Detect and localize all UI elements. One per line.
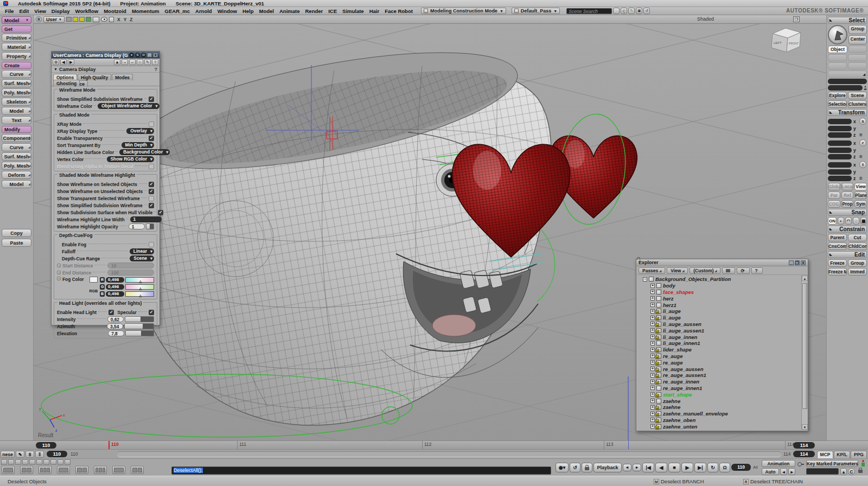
param-wireframe-highlight-opacity[interactable]: Wireframe Highlight Opacity1 [54,223,157,230]
menu-lines-icon[interactable]: ≡ [859,154,863,159]
menu-ice[interactable]: ICE [326,8,340,14]
r-mode-button[interactable]: r [859,139,866,146]
tab-mcp[interactable]: MCP [817,451,833,458]
character-keyset-combo[interactable] [806,468,839,475]
tab-ppg[interactable]: PPG [851,451,867,458]
checkbox[interactable] [149,196,154,201]
center-mode-icon[interactable] [109,17,114,22]
empty-filter-slot[interactable] [848,62,867,69]
ball-icon[interactable]: 8 [25,451,34,458]
channel-gradient[interactable] [125,291,154,297]
param-end-distance[interactable]: End Distance100 [54,269,157,276]
scroll-up-icon[interactable]: ▲ [802,276,808,281]
dropdown[interactable]: Min Depth [122,142,154,148]
menu-momentum[interactable]: Momentum [129,8,162,14]
toolbar-button-primitive[interactable]: Primitive [2,34,31,42]
dropdown[interactable]: Show RGB Color [107,156,154,162]
tree-item-re-auge-aussen[interactable]: +Hre_auge_aussen [643,366,801,372]
constrain-header[interactable]: Constrain [828,226,867,233]
mini-button-2[interactable] [8,459,14,465]
tree-item-zaehne-manuell-envelope[interactable]: +Hzaehne_manuell_envelope [643,411,801,417]
center-button[interactable]: Center [848,35,867,44]
param-enable-transparency[interactable]: Enable Transparency✓ [54,135,157,142]
expand-icon[interactable]: ▲ [114,59,120,65]
close-icon[interactable]: X [153,53,158,57]
checkbox[interactable]: ✓ [149,136,154,141]
tree-item-body[interactable]: +body [643,283,801,289]
lock-icon[interactable] [722,267,735,274]
explorer-window[interactable]: Explorer _ ❐ X PassesView(Custom)⟳? −Bac… [636,259,808,431]
checkbox[interactable] [149,242,154,247]
axis-x-label[interactable]: X [117,17,120,22]
display-mode-label[interactable]: Shaded [697,16,714,22]
next-icon[interactable]: ▶ [68,59,74,65]
transform-field-r-y[interactable] [828,148,852,153]
construction-mode-combo[interactable]: Modeling Construction Mode ▼ [421,8,506,14]
explorer-custom-button[interactable]: (Custom) [690,267,720,274]
selection-button[interactable]: Selection [828,100,847,108]
local-button[interactable]: Local [841,183,854,190]
pen-icon[interactable]: ✎ [16,451,24,458]
transform-field-s-x[interactable] [828,119,852,124]
toolbar-button-skeleton[interactable]: Skeleton [2,98,31,106]
animation-menu-button[interactable]: Animation [762,460,795,467]
playback-frame-field[interactable]: 110 [731,464,751,471]
param-depth-cue-range[interactable]: Depth-Cue RangeScene [54,255,157,262]
dropdown[interactable]: Object Wireframe Color [98,103,159,109]
menu-model[interactable]: Model [257,8,277,14]
key-icon[interactable] [797,461,804,468]
minimize-icon[interactable]: _ [147,53,152,57]
snap-point-icon[interactable]: ▪ [838,217,844,225]
mini-button-10[interactable] [65,459,71,465]
script-command-line[interactable]: DeselectAll(); [171,466,551,475]
dialog-section-header[interactable]: ▼ Camera Display ? [52,66,159,73]
viewport-camera-menu[interactable]: User [43,16,65,23]
menu-lines-icon[interactable]: ≡ [859,175,863,181]
expand-icon[interactable]: + [650,380,655,384]
expand-icon[interactable]: + [650,367,655,371]
memo-cam-4[interactable] [86,17,91,22]
par-button[interactable]: Par [828,191,840,199]
param-start-distance[interactable]: Start Distance10 [54,262,157,269]
playhead[interactable] [108,441,110,450]
mini-button-9[interactable] [58,459,63,465]
toolbar-button-curve[interactable]: Curve [2,143,31,151]
tree-item-face-shapes[interactable]: +face_shapes [643,289,801,296]
expand-icon[interactable]: + [650,392,655,397]
empty-filter-slot[interactable] [848,46,867,53]
toolbar-button-surf-mesh[interactable]: Surf. Mesh [2,79,31,87]
parent-button[interactable]: Parent [828,234,847,241]
toolbar-button-surf-mesh[interactable]: Surf. Mesh [2,152,31,161]
mini-button-8[interactable] [50,459,56,465]
auto-key-button[interactable]: Auto [762,468,779,475]
clusters-button[interactable]: Clusters [848,100,867,108]
go-to-start-icon[interactable]: |◀ [642,463,654,472]
explore-button[interactable]: Explore [828,92,847,99]
param-sort-transparent-by[interactable]: Sort Transparent ByMin Depth [54,142,157,149]
chldcomp-button[interactable]: ChldComp [848,242,867,250]
param-xray-mode[interactable]: XRay Mode [54,120,157,127]
frame-step-back-icon[interactable]: ◂ [623,464,631,471]
loop-icon[interactable]: ↺ [570,463,580,472]
help-icon[interactable]: ? [155,67,158,72]
layout-button-3[interactable] [39,466,52,474]
param-intensity[interactable]: Intensity0,62 [54,316,157,323]
search-history-icon[interactable]: ↺ [643,8,650,14]
dialog-title-bar[interactable]: UserCamera : Camera Display (Gen... ● S … [52,52,159,59]
layer-button[interactable]: nese [1,451,15,458]
freeze-button[interactable]: Freeze [828,259,847,267]
expand-icon[interactable]: + [650,348,655,352]
value-field[interactable]: 0,62 [107,316,124,322]
explorer-view-button[interactable]: View [667,267,688,274]
mini-button-4[interactable] [22,459,28,465]
help-icon[interactable]: ? [152,59,158,65]
expand-icon[interactable]: + [650,322,655,326]
mini-button-7[interactable] [43,459,49,465]
tree-item-re-auge-innen[interactable]: +Hre_auge_innen [643,379,801,385]
toolbar-button-model[interactable]: Model [2,180,31,188]
menu-edit[interactable]: Edit [16,8,31,14]
scrollbar-thumb[interactable] [802,283,807,409]
menu-mootzoid[interactable]: Mootzoid [101,8,129,14]
menu-animate[interactable]: Animate [277,8,302,14]
param-elevation[interactable]: Elevation7,8 [54,330,157,337]
